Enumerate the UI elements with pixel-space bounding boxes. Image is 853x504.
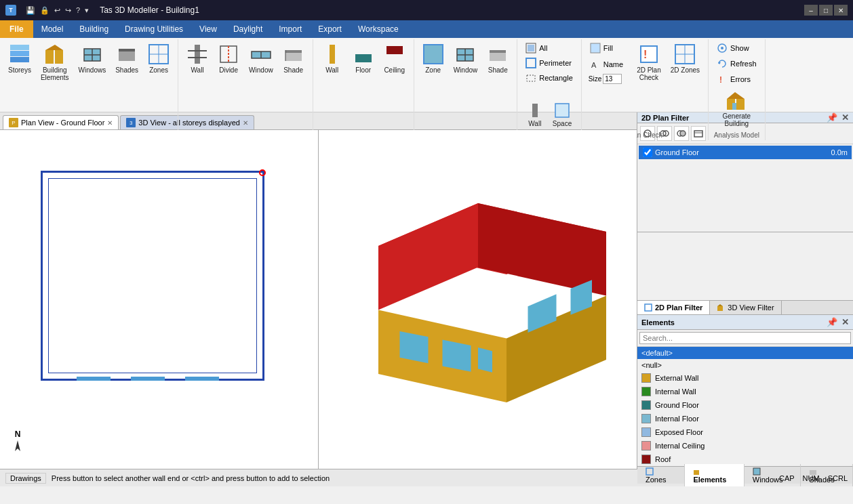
plan-view-panel: N [0,130,319,469]
drawings-tab[interactable]: Drawings [5,473,46,484]
maximize-btn[interactable]: □ [819,5,833,16]
zones-label: Zones [149,66,168,74]
svg-rect-24 [330,45,335,64]
menu-building[interactable]: Building [71,20,117,38]
filter-close-icon[interactable]: ✕ [841,112,849,123]
element-internal-wall[interactable]: Internal Wall [637,385,853,398]
elements-search-input[interactable] [639,332,851,344]
errors-icon: ! [717,74,728,85]
elements-close-icon[interactable]: ✕ [841,317,849,327]
menu-daylight[interactable]: Daylight [225,20,271,38]
pin-icon[interactable]: 📌 [827,112,837,123]
menu-file[interactable]: File [0,20,33,38]
menu-import[interactable]: Import [271,20,310,38]
wall-assign-label: Wall [325,66,338,74]
svg-rect-63 [717,306,723,311]
help-btn[interactable]: ? [75,5,81,16]
svg-rect-1 [10,51,29,56]
building-elements-btn[interactable]: BuildingElements [37,41,73,84]
filter-spacer [637,232,853,300]
element-external-wall[interactable]: External Wall [637,371,853,385]
svg-rect-38 [555,104,569,117]
element-exposed-floor-color [641,427,651,437]
divide-btn[interactable]: Divide [214,41,243,77]
wall-assign-btn[interactable]: Wall [317,41,347,77]
ceiling-assign-btn[interactable]: Ceiling [380,41,410,77]
bottom-tab-elements[interactable]: Elements [685,464,744,486]
select-all-icon [525,43,536,54]
element-internal-ceiling[interactable]: Internal Ceiling [637,439,853,453]
element-default[interactable]: <default> [637,347,853,359]
storeys-btn[interactable]: Storeys [4,41,35,77]
save2-btn[interactable]: 🔒 [39,5,51,16]
fill-btn[interactable]: Fill [586,41,627,56]
zones-check-icon [674,43,696,65]
select-all-btn[interactable]: All [521,41,551,56]
zones-check-btn[interactable]: 2D Zones [667,41,704,77]
shade-place-btn[interactable]: Shade [279,41,309,77]
generate-building-btn[interactable]: GenerateBuilding [718,87,755,130]
window-set-btn[interactable]: Window [450,41,482,77]
element-internal-floor[interactable]: Internal Floor [637,412,853,425]
menu-view[interactable]: View [191,20,225,38]
undo-btn[interactable]: ↩ [53,5,62,16]
floor-assign-btn[interactable]: Floor [349,41,378,77]
plan-check-btn[interactable]: ! 2D PlanCheck [633,41,665,84]
view-tab-3d[interactable]: 3D View Filter [710,301,781,314]
redo-btn[interactable]: ↪ [64,5,73,16]
show-icon [717,43,728,54]
menu-export[interactable]: Export [310,20,350,38]
elements-pin-icon[interactable]: 📌 [827,317,837,327]
right-panel: 2D Plan Filter 📌 ✕ Gr [637,112,853,469]
inner-wall-line [48,178,257,373]
close-btn[interactable]: ✕ [834,5,848,16]
element-internal-wall-label: Internal Wall [655,387,696,396]
dropdown-btn[interactable]: ▾ [83,5,90,16]
element-ground-floor[interactable]: Ground Floor [637,398,853,412]
select-perimeter-label: Perimeter [539,59,572,67]
element-internal-ceiling-label: Internal Ceiling [655,442,705,450]
building-svg [336,194,620,411]
ground-floor-checkbox[interactable] [643,148,652,157]
plan-check-label: 2D PlanCheck [637,66,661,81]
shade-place-label: Shade [283,66,303,74]
show-btn[interactable]: Show [713,41,753,56]
shades-btn[interactable]: Shades [111,41,142,77]
svg-rect-15 [188,50,207,51]
menu-drawing-utilities[interactable]: Drawing Utilities [117,20,191,38]
name-btn[interactable]: A Name [586,57,627,72]
svg-rect-9 [119,51,135,61]
window-controls: – □ ✕ [804,5,848,16]
window-place-btn[interactable]: Window [245,41,277,77]
element-internal-wall-color [641,387,651,396]
zone-set-btn[interactable]: Zone [418,41,448,77]
wall-place-btn[interactable]: Wall [182,41,212,77]
wall-select-btn[interactable]: Wall [523,100,547,130]
windows-btn[interactable]: Windows [75,41,111,77]
minimize-btn[interactable]: – [804,5,818,16]
element-exposed-floor[interactable]: Exposed Floor [637,425,853,439]
num-indicator: NUM [803,474,820,482]
element-roof-label: Roof [655,455,671,463]
menu-workspace[interactable]: Workspace [350,20,407,38]
refresh-btn[interactable]: Refresh [713,56,761,71]
save-btn[interactable]: 💾 [24,5,37,16]
windows-tab-icon [753,467,761,476]
shade-set-btn[interactable]: Shade [483,41,513,77]
size-input[interactable]: 13 [603,74,622,84]
menu-model[interactable]: Model [33,20,72,38]
select-perimeter-btn[interactable]: Perimeter [521,56,576,70]
space-select-btn[interactable]: Space [549,100,576,130]
zones-btn[interactable]: Zones [144,41,174,77]
select-rectangle-btn[interactable]: Rectangle [521,70,577,85]
storeys-label: Storeys [8,66,31,74]
bottom-tab-zones[interactable]: Zones [637,464,685,486]
generate-building-icon [726,89,747,111]
view-tab-2d-plan[interactable]: 2D Plan Filter [637,301,710,314]
ribbon-group-place-content: Wall Divide Window [182,41,309,130]
svg-rect-66 [694,470,699,475]
ground-floor-row[interactable]: Ground Floor 0.0m [639,146,852,159]
element-roof-color [641,455,651,464]
element-null[interactable]: <null> [637,359,853,371]
errors-btn[interactable]: ! Errors [713,72,755,87]
